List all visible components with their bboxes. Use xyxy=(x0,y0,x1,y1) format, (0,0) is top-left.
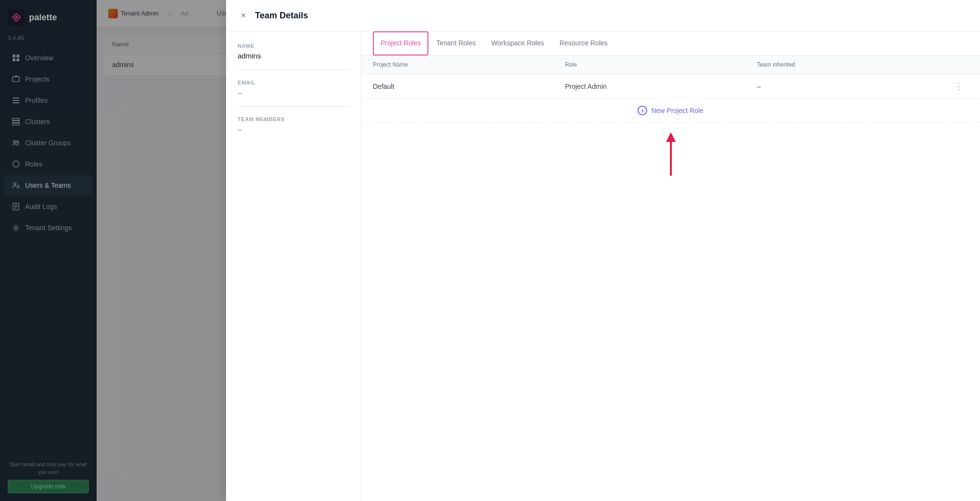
modal-header: × Team Details xyxy=(226,0,980,31)
tab-project-roles[interactable]: Project Roles xyxy=(373,31,428,56)
table-row: Default Project Admin – ⋮ xyxy=(361,74,980,99)
name-value: admins xyxy=(238,52,349,60)
row-inherited: – xyxy=(757,83,949,90)
team-details-modal: × Team Details NAME admins EMAIL – TEAM … xyxy=(226,0,980,501)
col-role: Role xyxy=(565,61,757,68)
arrow-annotation xyxy=(361,132,980,181)
field-separator-2 xyxy=(238,106,349,107)
row-role: Project Admin xyxy=(565,83,757,90)
role-tabs: Project Roles Tenant Roles Workspace Rol… xyxy=(361,31,980,56)
tab-tenant-roles[interactable]: Tenant Roles xyxy=(428,31,483,56)
modal-left-panel: NAME admins EMAIL – TEAM MEMBERS – xyxy=(226,31,361,501)
row-project-name: Default xyxy=(373,83,565,90)
members-field: TEAM MEMBERS – xyxy=(238,116,349,133)
modal-title: Team Details xyxy=(255,11,308,21)
email-label: EMAIL xyxy=(238,80,349,85)
col-project-name: Project Name xyxy=(373,61,565,68)
modal-close-button[interactable]: × xyxy=(238,10,249,21)
new-project-role-button[interactable]: + New Project Role xyxy=(361,99,980,123)
name-label: NAME xyxy=(238,43,349,49)
col-team-inherited: Team inherited xyxy=(757,61,949,68)
name-field: NAME admins xyxy=(238,43,349,60)
row-more-button[interactable]: ⋮ xyxy=(949,81,968,92)
tab-workspace-roles[interactable]: Workspace Roles xyxy=(483,31,552,56)
field-separator-1 xyxy=(238,70,349,70)
tab-resource-roles[interactable]: Resource Roles xyxy=(552,31,615,56)
roles-table: Project Name Role Team inherited Default… xyxy=(361,56,980,501)
arrow-svg xyxy=(659,132,683,181)
email-field: EMAIL – xyxy=(238,80,349,97)
modal-right-panel: Project Roles Tenant Roles Workspace Rol… xyxy=(361,31,980,501)
roles-table-header: Project Name Role Team inherited xyxy=(361,56,980,74)
members-label: TEAM MEMBERS xyxy=(238,116,349,122)
members-value: – xyxy=(238,125,349,133)
modal-body: NAME admins EMAIL – TEAM MEMBERS – Proje… xyxy=(226,31,980,501)
new-project-role-label: New Project Role xyxy=(651,107,703,114)
modal-overlay: × Team Details NAME admins EMAIL – TEAM … xyxy=(0,0,980,501)
svg-marker-22 xyxy=(666,132,676,142)
plus-circle-icon: + xyxy=(638,106,647,115)
email-value: – xyxy=(238,88,349,97)
